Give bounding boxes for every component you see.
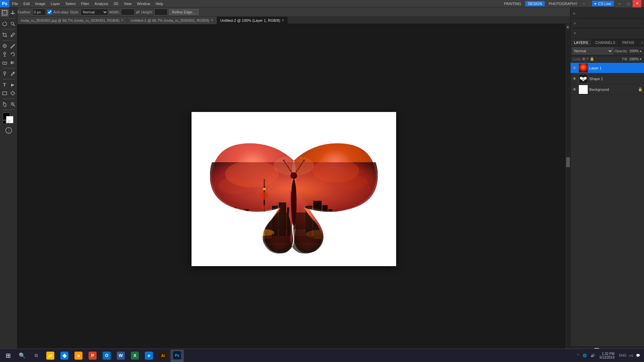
taskbar-dropbox[interactable]: ◆: [58, 350, 71, 362]
eraser-tool[interactable]: [1, 59, 9, 67]
start-button[interactable]: ⊞: [1, 349, 15, 362]
opacity-arrow[interactable]: ▸: [640, 49, 642, 53]
minimize-button[interactable]: ─: [615, 0, 624, 7]
swap-colors[interactable]: ⇄: [7, 119, 10, 124]
taskbar-word[interactable]: W: [114, 350, 127, 362]
quick-selection-tool[interactable]: [9, 20, 17, 28]
tray-chevron[interactable]: ^: [576, 353, 580, 358]
clock-time: 1:32 PM: [599, 352, 614, 356]
maximize-button[interactable]: □: [624, 0, 633, 7]
task-view-button[interactable]: ⧉: [30, 349, 43, 362]
scroll-up-button[interactable]: ▲: [567, 24, 570, 29]
shape1-visibility-icon[interactable]: 👁: [572, 76, 577, 81]
taskbar-file-explorer[interactable]: 📁: [44, 350, 57, 362]
pen-tool[interactable]: [9, 70, 17, 78]
tab-2[interactable]: Untitled-1 @ 66.7% (mota_ru_0030401, RGB…: [127, 17, 217, 24]
tray-network-icon[interactable]: 🌐: [581, 353, 588, 358]
tab-3[interactable]: Untitled-2 @ 100% (Layer 1, RGB/8) ✕: [217, 17, 288, 24]
menu-window[interactable]: Window: [135, 1, 153, 6]
histogram-collapsed[interactable]: ≡: [572, 10, 643, 17]
layer1-visibility-icon[interactable]: 👁: [572, 66, 577, 70]
taskbar-powerpoint[interactable]: P: [86, 350, 99, 362]
marquee-tool[interactable]: [1, 9, 9, 17]
taskbar-edge[interactable]: e: [142, 350, 156, 362]
gradient-tool[interactable]: [9, 59, 17, 67]
menu-file[interactable]: File: [9, 1, 21, 6]
type-icon: T: [3, 82, 6, 87]
eyedropper-tool[interactable]: [9, 31, 17, 39]
close-button[interactable]: ✕: [633, 0, 641, 7]
menu-3d[interactable]: 3D: [111, 1, 121, 6]
workspace-painting[interactable]: PAINTING: [501, 1, 524, 6]
style-select[interactable]: Normal Fixed Ratio Fixed Size: [80, 9, 108, 15]
tab-1[interactable]: mota_ru_0030401.jpg @ 66.7% (mota_ru_003…: [17, 17, 127, 24]
history-brush-tool[interactable]: [9, 50, 17, 58]
blend-mode-select[interactable]: Normal Multiply Screen Overlay: [573, 48, 613, 54]
menu-view[interactable]: View: [121, 1, 135, 6]
menu-layer[interactable]: Layer: [48, 1, 63, 6]
swap-icon[interactable]: ⇄: [136, 9, 140, 15]
workspace-photography[interactable]: PHOTOGRAPHY: [546, 1, 580, 6]
tab-3-close[interactable]: ✕: [281, 18, 284, 22]
tab-1-close[interactable]: ✕: [121, 18, 123, 22]
cs-live-button[interactable]: ▸ CS Live: [592, 1, 614, 6]
tab-2-close[interactable]: ✕: [211, 18, 213, 22]
taskbar-outlook[interactable]: O: [100, 350, 113, 362]
hand-tool[interactable]: [1, 100, 9, 108]
crop-tool[interactable]: [1, 31, 9, 39]
anti-alias-checkbox[interactable]: [47, 10, 52, 14]
lock-move-icon[interactable]: ✛: [586, 57, 589, 61]
type-tool[interactable]: T: [1, 81, 9, 89]
navigator-collapsed[interactable]: ≡: [572, 20, 643, 26]
healing-brush-tool[interactable]: [1, 42, 9, 50]
path-selection-tool[interactable]: [9, 81, 17, 89]
taskbar-photoshop[interactable]: Ps: [170, 350, 184, 362]
lock-pixels-icon[interactable]: ▦: [582, 57, 585, 61]
tray-notification-icon[interactable]: 💬: [635, 353, 641, 358]
taskbar-illustrator[interactable]: Ai: [156, 350, 170, 362]
layers-tab[interactable]: LAYERS: [571, 39, 592, 46]
channels-tab[interactable]: CHANNELS: [592, 39, 619, 46]
paths-tab[interactable]: PATHS: [619, 39, 638, 46]
dodge-tool[interactable]: [1, 70, 9, 78]
menu-image[interactable]: Image: [33, 1, 48, 6]
panel-resize-icon[interactable]: ≡: [640, 40, 644, 45]
canvas-vertical-scrollbar[interactable]: ▲ ▼: [565, 24, 570, 354]
scroll-track[interactable]: [566, 30, 570, 348]
tray-volume-icon[interactable]: 🔊: [589, 353, 596, 358]
background-visibility-icon[interactable]: 👁: [572, 87, 577, 92]
menu-select[interactable]: Select: [63, 1, 78, 6]
layer-item-background[interactable]: 👁 Background 🔒: [571, 84, 644, 95]
workspace-design[interactable]: DESIGN: [525, 1, 545, 6]
refine-edge-button[interactable]: Refine Edge...: [169, 9, 199, 15]
rectangle-tool[interactable]: [1, 89, 9, 97]
clone-stamp-tool[interactable]: [1, 50, 9, 58]
taskbar-amazon[interactable]: a: [72, 350, 85, 362]
brush-tool[interactable]: [9, 42, 17, 50]
menu-help[interactable]: Help: [153, 1, 166, 6]
menu-edit[interactable]: Edit: [21, 1, 33, 6]
system-clock[interactable]: 1:32 PM 5/12/2019: [597, 351, 616, 360]
workspace-more-icon[interactable]: »: [581, 1, 586, 6]
menu-analysis[interactable]: Analysis: [92, 1, 111, 6]
quick-mask-button[interactable]: [5, 126, 13, 135]
info-collapsed[interactable]: ≡: [572, 29, 643, 36]
feather-input[interactable]: [33, 9, 46, 15]
layer-item-layer1[interactable]: 👁 Layer 1: [571, 63, 644, 73]
lasso-tools: [1, 20, 17, 28]
fill-arrow[interactable]: ▸: [640, 57, 642, 61]
custom-shape-tool[interactable]: [9, 89, 17, 97]
tray-lang[interactable]: ENG: [618, 353, 628, 358]
lasso-tool[interactable]: [1, 20, 9, 28]
height-input[interactable]: [154, 9, 168, 15]
reset-colors[interactable]: [3, 121, 6, 124]
move-tool[interactable]: [9, 9, 17, 17]
search-button[interactable]: 🔍: [15, 349, 29, 362]
scroll-thumb[interactable]: [566, 157, 570, 167]
menu-filter[interactable]: Filter: [78, 1, 92, 6]
taskbar-excel[interactable]: X: [128, 350, 142, 362]
width-input[interactable]: [121, 9, 135, 15]
zoom-tool[interactable]: [9, 100, 17, 108]
lock-all-icon[interactable]: 🔒: [590, 57, 594, 61]
layer-item-shape1[interactable]: 👁 Shape 1: [571, 73, 644, 84]
